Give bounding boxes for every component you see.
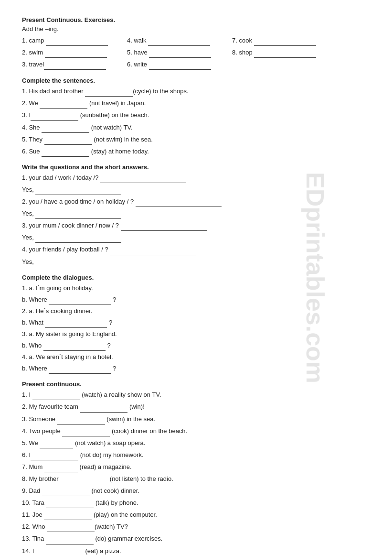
blank [254, 39, 316, 46]
list-item: 5. We (not watch) a soap opera. [22, 438, 373, 448]
list-item: 6. write [127, 59, 232, 70]
blank [32, 393, 80, 400]
list-item: 2. swim [22, 47, 127, 58]
list-item: 7. cook [232, 35, 337, 46]
section-write-questions: Write the questions and the short answer… [22, 163, 373, 267]
list-item: 1. a. I´m going on holiday. [22, 283, 373, 294]
blank [40, 442, 73, 448]
list-item: 3. travel [22, 59, 127, 70]
list-item: Yes, [22, 257, 373, 267]
blank [45, 51, 107, 58]
list-item: 3. your mum / cook dinner / now / ? [22, 220, 373, 231]
blank [46, 39, 108, 46]
blank [42, 126, 89, 133]
section-complete-sentences: Complete the sentences. 1. His dad and b… [22, 77, 373, 157]
section-dialogues: Complete the dialogues. 1. a. I´m going … [22, 274, 373, 374]
blank [45, 321, 107, 328]
blank [60, 478, 108, 484]
list-item: 6. Sue (stay) at home today. [22, 146, 373, 157]
section-add-ing: Add the –ing. 1. camp 4. walk 7. cook 2.… [22, 25, 373, 70]
blank [42, 150, 89, 157]
section5-title: Present continuous. [22, 381, 373, 388]
blank [35, 261, 121, 267]
list-item: 4. Two people (cook) dinner on the beach… [22, 426, 373, 436]
page-title: Present Continuous. Exercises. [22, 16, 373, 23]
list-item: 1. His dad and brother (cycle) to the sh… [22, 86, 373, 97]
blank [47, 525, 95, 532]
blank [36, 550, 84, 555]
list-item: 2. you / have a good time / on holiday /… [22, 196, 373, 207]
list-item: 1. I (watch) a reality show on TV. [22, 390, 373, 400]
blank [31, 454, 78, 460]
list-item: 1. your dad / work / today /? [22, 173, 373, 183]
blank [121, 224, 207, 231]
list-item: 4. She (not watch) TV. [22, 122, 373, 133]
list-item: 3. Someone (swim) in the sea. [22, 414, 373, 424]
blank [44, 63, 106, 70]
blank [44, 466, 78, 472]
blank [46, 538, 94, 544]
blank [149, 51, 211, 58]
blank [40, 102, 87, 109]
list-item: 10. Tara (talk) by phone. [22, 498, 373, 508]
blank [62, 430, 110, 436]
list-item: 13. Tina (do) grammar exercises. [22, 533, 373, 544]
section1-title: Add the –ing. [22, 25, 373, 33]
list-item: b. Where ? [22, 294, 373, 305]
section3-title: Write the questions and the short answer… [22, 163, 373, 171]
section-present-continuous: Present continuous. 1. I (watch) a reali… [22, 381, 373, 555]
list-item: 9. Dad (not cook) dinner. [22, 486, 373, 496]
blank [49, 298, 111, 305]
blank [100, 176, 186, 183]
list-item: 1. camp [22, 35, 127, 46]
list-item: 8. shop [232, 47, 337, 58]
blank [136, 200, 222, 207]
blank [85, 90, 133, 97]
list-item: 2. My favourite team (win)! [22, 402, 373, 412]
list-item: 4. a. We aren´t staying in a hotel. [22, 352, 373, 362]
list-item: b. What ? [22, 317, 373, 328]
list-item: 3. I (sunbathe) on the beach. [22, 110, 373, 120]
blank [148, 39, 210, 46]
blank [46, 501, 94, 508]
blank [35, 212, 121, 219]
blank [57, 418, 105, 424]
blank [44, 513, 92, 520]
list-item: 7. Mum (read) a magazine. [22, 462, 373, 472]
list-item: 3. a. My sister is going to England. [22, 329, 373, 339]
blank [42, 490, 90, 496]
blank [43, 344, 106, 351]
blank [35, 188, 121, 195]
blank [49, 367, 111, 374]
blank [110, 249, 196, 255]
blank [44, 138, 92, 145]
list-item: 11. Joe (play) on the computer. [22, 510, 373, 520]
list-item: 2. We (not travel) in Japan. [22, 98, 373, 109]
list-item: Yes, [22, 208, 373, 219]
list-item: Yes, [22, 232, 373, 243]
section4-title: Complete the dialogues. [22, 274, 373, 281]
list-item: 5. They (not swim) in the sea. [22, 134, 373, 145]
list-item: 4. your friends / play football / ? [22, 244, 373, 255]
list-item: 6. I (not do) my homework. [22, 450, 373, 460]
blank [80, 406, 127, 413]
list-item: Yes, [22, 185, 373, 195]
blank [254, 51, 316, 58]
blank [31, 114, 78, 121]
list-item: 12. Who (watch) TV? [22, 522, 373, 532]
blank [35, 236, 121, 243]
list-item: 14. I (eat) a pizza. [22, 546, 373, 555]
list-item: b. Who ? [22, 340, 373, 351]
list-item: 2. a. He´s cooking dinner. [22, 306, 373, 316]
list-item: 4. walk [127, 35, 232, 46]
add-ing-grid: 1. camp 4. walk 7. cook 2. swim 5. have … [22, 35, 373, 70]
list-item: b. Where ? [22, 363, 373, 374]
list-item: 5. have [127, 47, 232, 58]
section2-title: Complete the sentences. [22, 77, 373, 84]
list-item: 8. My brother (not listen) to the radio. [22, 474, 373, 484]
blank [149, 63, 211, 70]
